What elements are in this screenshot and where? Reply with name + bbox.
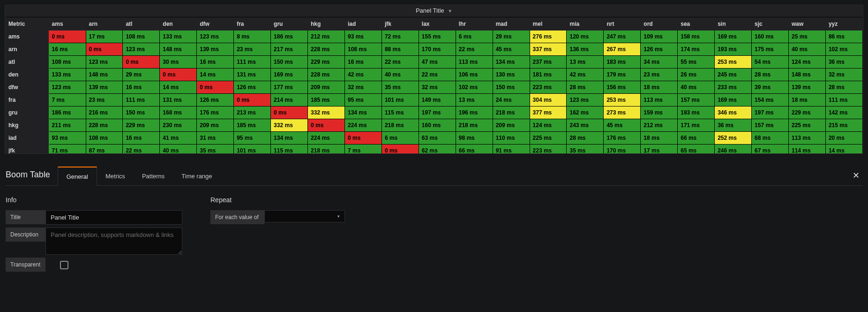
latency-cell: 162 ms <box>567 107 604 119</box>
latency-cell: 237 ms <box>530 56 567 68</box>
latency-cell: 215 ms <box>825 119 862 132</box>
latency-cell: 28 ms <box>567 81 604 94</box>
latency-cell: 139 ms <box>86 81 123 94</box>
latency-cell: 14 ms <box>197 68 234 81</box>
latency-cell: 157 ms <box>752 119 789 132</box>
latency-cell: 276 ms <box>530 30 567 43</box>
latency-cell: 0 ms <box>344 132 382 145</box>
latency-cell: 209 ms <box>308 81 345 94</box>
column-header: sea <box>678 18 715 30</box>
latency-cell: 169 ms <box>271 68 308 81</box>
latency-cell: 0 ms <box>49 30 86 43</box>
description-input[interactable] <box>45 228 182 255</box>
latency-cell: 139 ms <box>789 81 826 94</box>
column-header: fra <box>234 18 271 30</box>
latency-cell: 170 ms <box>419 43 456 56</box>
latency-cell: 111 ms <box>825 94 862 107</box>
latency-cell: 40 ms <box>160 145 197 154</box>
latency-cell: 148 ms <box>789 68 826 81</box>
latency-cell: 134 ms <box>271 132 308 145</box>
latency-cell: 124 ms <box>789 56 826 68</box>
column-header: nrt <box>604 18 641 30</box>
tab-time-range[interactable]: Time range <box>173 166 220 185</box>
latency-cell: 197 ms <box>752 107 789 119</box>
latency-cell: 123 ms <box>123 43 160 56</box>
latency-cell: 130 ms <box>493 68 530 81</box>
tab-general[interactable]: General <box>58 167 97 186</box>
latency-cell: 174 ms <box>678 43 715 56</box>
latency-cell: 18 ms <box>789 94 826 107</box>
for-each-select[interactable]: ▾ <box>264 210 345 222</box>
column-header: arn <box>86 18 123 30</box>
latency-cell: 40 ms <box>678 81 715 94</box>
latency-cell: 66 ms <box>678 132 715 145</box>
column-header: hkg <box>308 18 345 30</box>
column-header: mad <box>493 18 530 30</box>
latency-cell: 186 ms <box>49 107 86 119</box>
latency-cell: 179 ms <box>604 68 641 81</box>
latency-cell: 93 ms <box>49 132 86 145</box>
latency-cell: 95 ms <box>234 132 271 145</box>
title-input[interactable] <box>45 210 182 225</box>
latency-cell: 111 ms <box>123 94 160 107</box>
tab-patterns[interactable]: Patterns <box>134 166 173 185</box>
transparent-checkbox[interactable] <box>54 259 75 271</box>
column-header: atl <box>123 18 160 30</box>
latency-cell: 267 ms <box>604 43 641 56</box>
latency-cell: 0 ms <box>197 81 234 94</box>
latency-cell: 142 ms <box>825 107 862 119</box>
latency-cell: 148 ms <box>86 68 123 81</box>
latency-cell: 332 ms <box>308 107 345 119</box>
table-scroll[interactable]: Metricamsarnatldendfwfragruhkgiadjfklaxl… <box>5 17 863 153</box>
latency-cell: 29 ms <box>493 30 530 43</box>
column-header: iad <box>344 18 382 30</box>
latency-cell: 193 ms <box>678 107 715 119</box>
column-header: mel <box>530 18 567 30</box>
column-header: den <box>160 18 197 30</box>
tab-metrics[interactable]: Metrics <box>97 166 134 185</box>
latency-cell: 155 ms <box>419 30 456 43</box>
latency-cell: 175 ms <box>752 43 789 56</box>
row-header: gru <box>6 107 49 119</box>
latency-cell: 102 ms <box>825 43 862 56</box>
latency-cell: 181 ms <box>530 68 567 81</box>
latency-cell: 91 ms <box>493 145 530 154</box>
repeat-section: Repeat For each value of ▾ <box>210 196 345 274</box>
latency-cell: 111 ms <box>234 56 271 68</box>
latency-cell: 40 ms <box>789 43 826 56</box>
latency-cell: 120 ms <box>567 30 604 43</box>
latency-cell: 216 ms <box>86 107 123 119</box>
latency-cell: 154 ms <box>752 94 789 107</box>
latency-cell: 62 ms <box>419 145 456 154</box>
table-row: ams0 ms17 ms108 ms133 ms123 ms8 ms186 ms… <box>6 30 863 43</box>
latency-cell: 126 ms <box>641 43 678 56</box>
latency-cell: 253 ms <box>715 56 752 68</box>
latency-cell: 160 ms <box>752 30 789 43</box>
latency-cell: 229 ms <box>308 56 345 68</box>
latency-cell: 123 ms <box>197 30 234 43</box>
latency-cell: 332 ms <box>271 119 308 132</box>
close-icon[interactable]: ✕ <box>850 166 862 185</box>
latency-cell: 0 ms <box>234 94 271 107</box>
latency-cell: 0 ms <box>86 43 123 56</box>
latency-cell: 196 ms <box>456 107 493 119</box>
latency-cell: 218 ms <box>308 145 345 154</box>
table-row: dfw123 ms139 ms16 ms14 ms0 ms126 ms177 m… <box>6 81 863 94</box>
latency-cell: 35 ms <box>197 145 234 154</box>
latency-cell: 224 ms <box>308 132 345 145</box>
latency-cell: 20 ms <box>825 132 862 145</box>
latency-cell: 106 ms <box>456 68 493 81</box>
latency-cell: 253 ms <box>604 94 641 107</box>
row-header: iad <box>6 132 49 145</box>
title-label: Title <box>6 210 45 224</box>
latency-cell: 273 ms <box>604 107 641 119</box>
latency-cell: 102 ms <box>456 81 493 94</box>
latency-cell: 213 ms <box>234 107 271 119</box>
latency-cell: 108 ms <box>86 132 123 145</box>
panel-title[interactable]: Panel Title ▼ <box>5 5 863 17</box>
editor-header: Boom Table GeneralMetricsPatternsTime ra… <box>6 166 862 186</box>
latency-cell: 131 ms <box>160 94 197 107</box>
description-label: Description <box>6 228 45 242</box>
latency-cell: 54 ms <box>752 56 789 68</box>
latency-cell: 28 ms <box>567 132 604 145</box>
